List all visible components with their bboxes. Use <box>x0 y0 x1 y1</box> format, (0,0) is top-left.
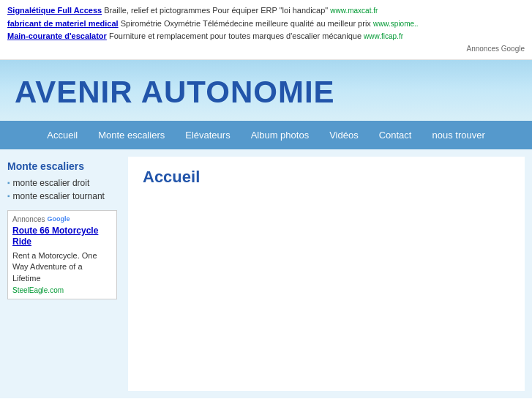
ad-row-1: Signalétique Full Access Braille, relief… <box>7 4 525 18</box>
nav-item-contact[interactable]: Contact <box>369 127 422 143</box>
sidebar-item-1: monte escalier droit <box>7 178 121 188</box>
nav-item-elevateurs[interactable]: Elévateurs <box>175 127 240 143</box>
ad-row-2: fabricant de materiel medical Spirométri… <box>7 18 525 31</box>
ad-desc-3: Fourniture et remplacement pour toutes m… <box>109 31 361 40</box>
ad-url-1: www.maxcat.fr <box>330 7 378 15</box>
sidebar: Monte escaliers monte escalier droit mon… <box>0 149 128 398</box>
main-content-area: Monte escaliers monte escalier droit mon… <box>0 149 532 398</box>
google-ads-label: Annonces Google <box>7 43 525 55</box>
nav-item-nous-trouver[interactable]: nous trouver <box>422 127 495 143</box>
ad-link-3[interactable]: Main-courante d'escalator <box>7 31 107 40</box>
ad-url-3: www.ficap.fr <box>364 32 403 40</box>
ad-row-3: Main-courante d'escalator Fourniture et … <box>7 30 525 43</box>
page-title: Accueil <box>143 168 510 187</box>
nav-item-monte-escaliers[interactable]: Monte escaliers <box>88 127 175 143</box>
sidebar-item-2: monte escalier tournant <box>7 191 121 201</box>
sidebar-title: Monte escaliers <box>7 160 121 172</box>
ad-desc-1: Braille, relief et pictogrammes Pour équ… <box>104 6 328 15</box>
sidebar-link-1[interactable]: monte escalier droit <box>13 178 90 188</box>
nav-item-accueil[interactable]: Accueil <box>37 127 88 143</box>
site-title: AVENIR AUTONOMIE <box>15 75 517 110</box>
sidebar-ad-title[interactable]: Route 66 Motorcycle Ride <box>12 225 112 248</box>
ad-link-1[interactable]: Signalétique Full Access <box>7 6 102 15</box>
nav-item-album-photos[interactable]: Album photos <box>241 127 320 143</box>
sidebar-link-2[interactable]: monte escalier tournant <box>13 191 105 201</box>
sidebar-ad-google-label: Annonces Google <box>12 215 112 223</box>
sidebar-list: monte escalier droit monte escalier tour… <box>7 178 121 201</box>
ad-desc-2: Spirométrie Oxymétrie Télémédecine meill… <box>121 19 371 28</box>
page-content: Accueil <box>128 157 525 391</box>
google-logo: Google <box>47 215 70 223</box>
main-navbar: Accueil Monte escaliers Elévateurs Album… <box>0 121 532 149</box>
sidebar-ad-widget: Annonces Google Route 66 Motorcycle Ride… <box>7 210 117 299</box>
ad-url-2: www.spiome.. <box>373 20 419 28</box>
nav-item-videos[interactable]: Vidéos <box>319 127 369 143</box>
ad-link-2[interactable]: fabricant de materiel medical <box>7 19 119 28</box>
ad-bar: Signalétique Full Access Braille, relief… <box>0 0 532 60</box>
site-header: AVENIR AUTONOMIE <box>0 60 532 121</box>
sidebar-ad-text: Rent a Motorcycle. One Way Adventure of … <box>12 250 112 284</box>
sidebar-ad-domain: SteelEagle.com <box>12 286 112 294</box>
